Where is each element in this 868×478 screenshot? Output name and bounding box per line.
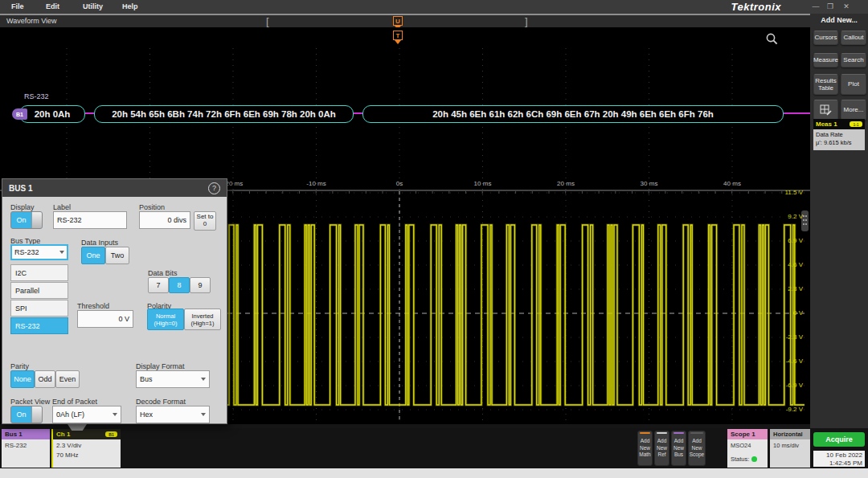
display-format-dropdown[interactable]: Bus xyxy=(136,370,210,388)
decode-connector xyxy=(85,112,94,114)
bottom-badge-bar: Bus 1 RS-232 Ch 1 B1 2.3 V/div 70 MHz Ad… xyxy=(0,428,868,468)
menu-item-help[interactable]: Help xyxy=(122,2,138,10)
trigger-indicator[interactable]: T xyxy=(393,31,403,40)
minimize-icon[interactable]: — xyxy=(810,2,821,11)
more-button[interactable]: More... xyxy=(841,100,866,121)
callout-button[interactable]: Callout xyxy=(841,31,866,45)
meas-badge[interactable]: Meas 1 1-1 xyxy=(813,119,865,129)
data-bits-7-button[interactable]: 7 xyxy=(148,277,169,293)
volt-tick-label: 2.3 V xyxy=(756,285,803,292)
decode-format-label: Decode Format xyxy=(136,398,186,406)
polarity-inverted-line2: (High=1) xyxy=(191,320,215,327)
dialog-header[interactable]: BUS 1 ? xyxy=(2,179,227,197)
bus1-badge[interactable]: Bus 1 xyxy=(2,429,50,439)
scope-model: MSO24 xyxy=(731,441,764,450)
end-of-packet-dropdown[interactable]: 0Ah (LF) xyxy=(52,406,121,423)
parity-even-button[interactable]: Even xyxy=(55,370,80,388)
packet-view-state: On xyxy=(11,407,31,423)
search-button[interactable]: Search xyxy=(841,53,866,67)
horizontal-badge[interactable]: Horizontal xyxy=(770,429,810,439)
parity-none-button[interactable]: None xyxy=(10,370,35,388)
horizontal-badge-body[interactable]: 10 ms/div xyxy=(770,439,810,468)
polarity-inverted-button[interactable]: Inverted (High=1) xyxy=(184,308,221,330)
math-color-bar xyxy=(640,432,650,434)
display-toggle[interactable]: On xyxy=(10,211,43,229)
zoom-bracket-right[interactable]: ] xyxy=(525,15,528,27)
display-format-label: Display Format xyxy=(136,362,185,370)
right-panel: Add New... Cursors Callout Measure Searc… xyxy=(810,14,868,428)
grip-dots-icon xyxy=(803,215,805,217)
menu-item-utility[interactable]: Utility xyxy=(83,2,103,10)
packet-view-label: Packet View xyxy=(10,398,50,406)
bus-handle-badge[interactable]: B1 xyxy=(12,108,27,120)
scope1-badge[interactable]: Scope 1 xyxy=(727,429,768,439)
set-to-zero-button[interactable]: Set to 0 xyxy=(194,211,216,231)
label-field[interactable]: RS-232 xyxy=(53,211,127,229)
bus-type-option-spi[interactable]: SPI xyxy=(10,300,68,317)
ch1-badge-body[interactable]: 2.3 V/div 70 MHz xyxy=(51,439,121,468)
volt-tick-label: 6.9 V xyxy=(756,237,803,244)
add-new-ref-button[interactable]: Add New Ref xyxy=(654,431,669,466)
menu-item-file[interactable]: File xyxy=(11,2,24,10)
ch1-badge[interactable]: Ch 1 B1 xyxy=(51,429,121,439)
tab-waveform-view[interactable]: Waveform View xyxy=(6,17,57,25)
bus-config-dialog: BUS 1 ? Display On Label RS-232 Position… xyxy=(2,178,227,424)
threshold-field[interactable]: 0 V xyxy=(77,310,133,328)
decode-format-dropdown[interactable]: Hex xyxy=(136,406,210,423)
chevron-down-icon xyxy=(201,413,206,416)
packet-view-toggle[interactable]: On xyxy=(10,406,43,423)
help-icon[interactable]: ? xyxy=(208,182,220,194)
results-table-button[interactable]: Results Table xyxy=(813,74,838,95)
time-overview-bar: Waveform View [ ] U xyxy=(0,15,810,27)
bus-type-option-i2c[interactable]: I2C xyxy=(10,264,68,281)
bus-type-dropdown[interactable]: RS-232 xyxy=(10,244,68,260)
cursors-button[interactable]: Cursors xyxy=(813,31,838,45)
position-field[interactable]: 0 divs xyxy=(139,211,190,229)
zoom-bracket-left[interactable]: [ xyxy=(266,15,269,27)
ch1-scale: 2.3 V/div xyxy=(56,441,117,451)
volt-tick-label: -2.3 V xyxy=(756,333,803,341)
time-tick-label: 40 ms xyxy=(714,180,750,187)
add-math-l2: New xyxy=(640,445,650,451)
polarity-normal-button[interactable]: Normal (High=0) xyxy=(147,308,184,330)
label-label: Label xyxy=(53,203,71,211)
ch1-bandwidth: 70 MHz xyxy=(56,451,117,460)
trigger-indicator-arrow-icon xyxy=(395,40,401,44)
data-inputs-one-button[interactable]: One xyxy=(81,247,105,264)
volt-tick-label: -9.2 V xyxy=(756,406,803,413)
date-text: 10 Feb 2022 xyxy=(816,451,862,460)
add-scope-l1: Add xyxy=(692,438,702,444)
add-bus-l1: Add xyxy=(674,438,684,444)
menu-item-edit[interactable]: Edit xyxy=(46,2,59,10)
data-inputs-two-button[interactable]: Two xyxy=(105,247,129,264)
polarity-normal-line2: (High=0) xyxy=(154,320,178,327)
chevron-down-icon xyxy=(113,413,117,416)
meas-readout: Data Rate µ': 9.615 kb/s xyxy=(813,129,865,150)
zoom-magnifier-icon[interactable] xyxy=(765,32,779,46)
acquire-button[interactable]: Acquire xyxy=(813,432,865,447)
bus1-badge-body[interactable]: RS-232 xyxy=(2,439,50,468)
add-math-l1: Add xyxy=(641,438,650,444)
trigger-position-marker[interactable]: U xyxy=(393,16,403,26)
add-new-scope-button[interactable]: Add New Scope xyxy=(688,431,706,466)
decode-connector xyxy=(784,112,810,114)
bus-type-option-rs232[interactable]: RS-232 xyxy=(10,317,68,334)
scope1-badge-body[interactable]: MSO24 Status: xyxy=(727,439,768,468)
maximize-icon[interactable]: ❐ xyxy=(825,2,836,11)
toggle-knob xyxy=(31,407,42,423)
bus-type-option-parallel[interactable]: Parallel xyxy=(10,282,68,299)
bus-link-pill: B1 xyxy=(105,431,117,437)
time-tick-label: 30 ms xyxy=(632,180,667,187)
add-new-math-button[interactable]: Add New Math xyxy=(637,431,653,466)
table-edit-button[interactable] xyxy=(813,100,838,121)
measure-button[interactable]: Measure xyxy=(813,53,838,67)
data-bits-9-button[interactable]: 9 xyxy=(190,277,211,293)
time-tick-label: 10 ms xyxy=(465,180,501,187)
close-icon[interactable]: ✕ xyxy=(841,2,852,11)
add-new-bus-button[interactable]: Add New Bus xyxy=(671,431,686,466)
plot-button[interactable]: Plot xyxy=(841,74,866,95)
volt-tick-label: 11.5 V xyxy=(756,189,803,196)
display-toggle-state: On xyxy=(11,212,31,228)
parity-odd-button[interactable]: Odd xyxy=(35,370,55,388)
data-bits-8-button[interactable]: 8 xyxy=(169,277,190,293)
